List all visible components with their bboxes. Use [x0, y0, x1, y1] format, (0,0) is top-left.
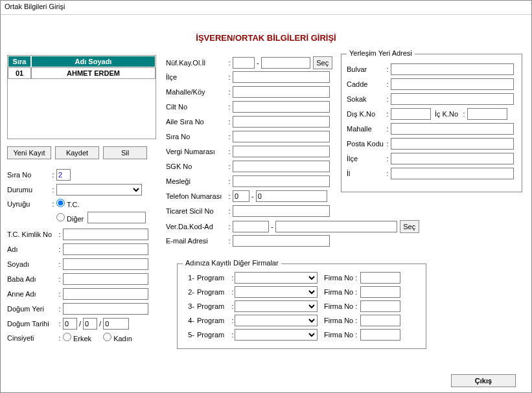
dogum-ay-input[interactable]	[83, 318, 97, 330]
program-label: Program	[197, 288, 231, 296]
firm-row-num: 1-	[183, 274, 194, 282]
sira-no-input[interactable]	[56, 169, 71, 181]
firma-no-input[interactable]	[360, 286, 400, 298]
anne-adi-input[interactable]	[63, 288, 148, 300]
mahalle-koy-input[interactable]	[233, 86, 330, 98]
exit-button[interactable]: Çıkış	[451, 374, 516, 387]
adres-il-input[interactable]	[391, 168, 514, 179]
uyrugu-tc-radio-wrap[interactable]: T.C.	[56, 199, 80, 208]
kadin-radio-wrap[interactable]: Kadın	[103, 333, 132, 342]
ic-kno-input[interactable]	[467, 108, 507, 120]
program-select[interactable]	[235, 329, 318, 341]
main-window: Ortak Bilgileri Girişi İŞVEREN/ORTAK BİL…	[0, 0, 532, 393]
uyrugu-diger-input[interactable]	[87, 212, 146, 223]
firmalar-legend: Adınıza Kayıtlı Diğer Firmalar	[183, 259, 281, 267]
ver-da-kod-input[interactable]	[233, 221, 269, 232]
kadin-radio[interactable]	[103, 333, 111, 341]
erkek-radio-wrap[interactable]: Erkek	[63, 333, 91, 342]
grid-toolbar: Yeni Kayıt Kaydet Sil	[7, 146, 147, 159]
uyrugu-tc-radio[interactable]	[56, 199, 65, 207]
save-button[interactable]: Kaydet	[55, 146, 99, 159]
cell-ad-soyadi: AHMET ERDEM	[31, 67, 156, 79]
firm-row: 3-Program:Firma No :	[183, 300, 421, 312]
program-select[interactable]	[235, 300, 318, 312]
date-sep-2: /	[97, 320, 103, 328]
adres-mahalle-label: Mahalle	[347, 125, 386, 133]
mid-sira-no-input[interactable]	[233, 131, 330, 142]
program-select[interactable]	[235, 286, 318, 298]
address-fieldset: Yerleşim Yeri Adresi Bulvar : Cadde : So…	[341, 54, 522, 192]
ic-kno-label: İç K.No	[435, 110, 462, 118]
uyrugu-diger-radio[interactable]	[56, 213, 65, 221]
firma-no-input[interactable]	[360, 300, 400, 312]
dogum-yeri-input[interactable]	[63, 303, 148, 315]
address-legend: Yerleşim Yeri Adresi	[347, 49, 415, 57]
cadde-input[interactable]	[391, 78, 514, 90]
nuf-kay-name-input[interactable]	[261, 57, 310, 69]
dogum-yil-input[interactable]	[103, 318, 129, 330]
sgk-no-input[interactable]	[233, 161, 330, 172]
baba-adi-input[interactable]	[63, 273, 148, 285]
program-label: Program	[197, 274, 231, 282]
ver-da-sep: -	[269, 223, 275, 230]
bulvar-input[interactable]	[391, 63, 514, 75]
dogum-tarihi-label: Doğum Tarihi	[7, 320, 58, 328]
aile-sira-input[interactable]	[233, 116, 330, 128]
firma-no-input[interactable]	[360, 272, 400, 284]
date-sep-1: /	[77, 320, 83, 328]
telefon-num-input[interactable]	[256, 190, 327, 202]
aile-sira-label: Aile Sıra No	[166, 118, 227, 126]
new-record-button[interactable]: Yeni Kayıt	[7, 146, 51, 159]
posta-kodu-input[interactable]	[391, 138, 514, 150]
firm-row-num: 2-	[183, 288, 194, 296]
dis-kno-input[interactable]	[391, 108, 431, 120]
program-select[interactable]	[235, 272, 318, 284]
ver-da-sec-button[interactable]: Seç	[400, 220, 419, 233]
cilt-no-input[interactable]	[233, 101, 330, 113]
sokak-input[interactable]	[391, 93, 514, 105]
uyrugu-diger-radio-wrap[interactable]: Diğer	[56, 213, 84, 223]
meslegi-input[interactable]	[233, 175, 330, 187]
dogum-yeri-label: Doğum Yeri	[7, 305, 58, 313]
firm-row: 1-Program:Firma No :	[183, 272, 421, 284]
ticaret-sicil-input[interactable]	[233, 205, 330, 217]
adres-ilce-input[interactable]	[391, 153, 514, 164]
firm-row: 4-Program:Firma No :	[183, 315, 421, 326]
col-ad-soyadi: Adı Soyadı	[31, 56, 156, 67]
firm-row-num: 3-	[183, 302, 194, 310]
vergi-no-input[interactable]	[233, 146, 330, 157]
firma-no-label: Firma No :	[324, 274, 360, 282]
ver-da-label: Ver.Da.Kod-Ad	[166, 223, 227, 230]
program-label: Program	[197, 317, 231, 324]
adres-mahalle-input[interactable]	[391, 123, 514, 135]
titlebar: Ortak Bilgileri Girişi	[1, 1, 531, 15]
adi-label: Adı	[7, 245, 58, 253]
telefon-label: Telefon Numarası	[166, 192, 227, 200]
dogum-gun-input[interactable]	[63, 318, 77, 330]
adi-input[interactable]	[63, 243, 148, 255]
page-title: İŞVEREN/ORTAK BİLGİLERİ GİRİŞİ	[1, 33, 531, 43]
firma-no-input[interactable]	[360, 315, 400, 326]
ver-da-ad-input[interactable]	[275, 221, 397, 232]
email-input[interactable]	[233, 235, 330, 247]
soyadi-input[interactable]	[63, 258, 148, 270]
telefon-area-input[interactable]	[233, 190, 249, 202]
delete-button[interactable]: Sil	[103, 146, 147, 159]
nuf-kay-sec-button[interactable]: Seç	[313, 56, 332, 69]
erkek-radio[interactable]	[63, 333, 71, 341]
firma-no-input[interactable]	[360, 329, 400, 341]
telefon-sep: -	[249, 192, 256, 200]
bulvar-label: Bulvar	[347, 65, 386, 73]
ilce-input[interactable]	[233, 71, 330, 83]
dis-kno-label: Dış K.No	[347, 110, 386, 118]
firmalar-fieldset: Adınıza Kayıtlı Diğer Firmalar 1-Program…	[177, 264, 426, 349]
table-row[interactable]: 01 AHMET ERDEM	[8, 67, 156, 79]
tc-kimlik-input[interactable]	[63, 229, 148, 240]
soyadi-label: Soyadı	[7, 260, 58, 268]
grid-header: Sıra Adı Soyadı	[8, 56, 156, 67]
nuf-kay-code-input[interactable]	[233, 57, 255, 69]
program-select[interactable]	[235, 315, 318, 326]
sgk-no-label: SGK No	[166, 163, 227, 170]
persons-grid[interactable]: Sıra Adı Soyadı 01 AHMET ERDEM	[7, 55, 156, 139]
durumu-select[interactable]	[56, 184, 142, 196]
